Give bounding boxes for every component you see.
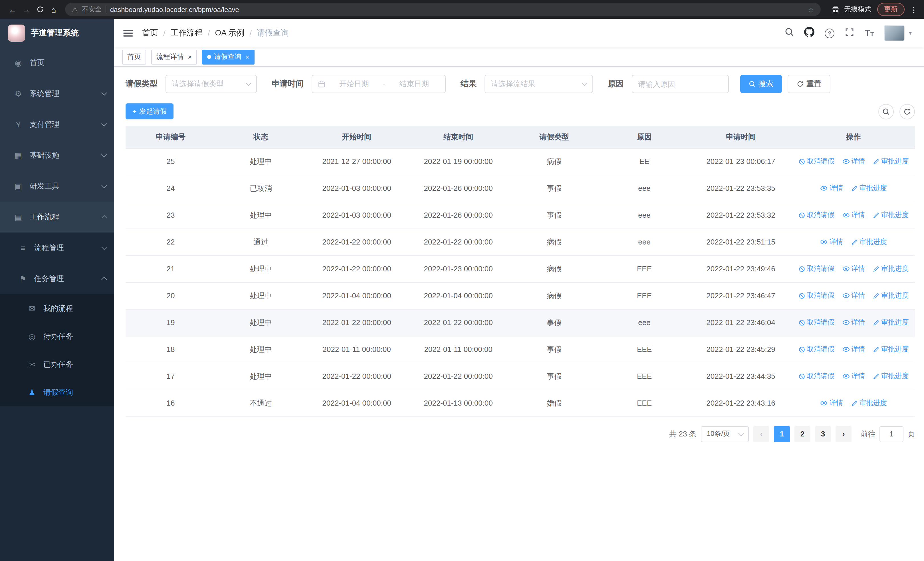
leave-type-select[interactable]: 请选择请假类型 <box>165 75 257 93</box>
reset-button[interactable]: 重置 <box>788 75 830 93</box>
user-menu[interactable]: ▼ <box>884 25 913 41</box>
tab-process-detail[interactable]: 流程详情 × <box>151 50 197 64</box>
column-header: 请假类型 <box>509 126 599 148</box>
table-row[interactable]: 24 已取消 2022-01-03 00:00:00 2022-01-26 00… <box>126 175 915 202</box>
breadcrumb-home[interactable]: 首页 <box>142 28 158 38</box>
cell-status: 不通过 <box>216 390 306 417</box>
browser-forward-button[interactable]: → <box>20 3 33 16</box>
sidebar-item-my-process[interactable]: ✉ 我的流程 <box>0 294 114 322</box>
cell-start-time: 2021-12-27 00:00:00 <box>306 148 408 175</box>
breadcrumb-workflow[interactable]: 工作流程 <box>171 28 202 38</box>
progress-link[interactable]: 审批进度 <box>873 344 909 354</box>
sidebar-item-done-tasks[interactable]: ✂ 已办任务 <box>0 350 114 378</box>
tab-home[interactable]: 首页 <box>122 50 146 64</box>
font-size-icon[interactable]: TT <box>865 28 874 38</box>
sidebar-item-todo-tasks[interactable]: ◎ 待办任务 <box>0 322 114 350</box>
table-row[interactable]: 17 处理中 2022-01-22 00:00:00 2022-01-22 00… <box>126 363 915 390</box>
goto-page-input[interactable] <box>879 426 903 442</box>
toggle-search-button[interactable] <box>878 104 894 119</box>
cell-status: 处理中 <box>216 256 306 282</box>
progress-link[interactable]: 审批进度 <box>851 398 887 408</box>
help-icon[interactable]: ? <box>825 28 834 38</box>
tab-leave-query[interactable]: 请假查询 × <box>202 50 255 64</box>
github-icon[interactable] <box>804 27 814 39</box>
sidebar-item-payment[interactable]: ¥ 支付管理 <box>0 109 114 140</box>
progress-link[interactable]: 审批进度 <box>873 210 909 220</box>
progress-link[interactable]: 审批进度 <box>873 371 909 381</box>
detail-link[interactable]: 详情 <box>842 210 865 220</box>
result-select[interactable]: 请选择流结果 <box>484 75 593 93</box>
table-row[interactable]: 20 处理中 2022-01-04 00:00:00 2022-01-04 00… <box>126 282 915 309</box>
browser-home-button[interactable]: ⌂ <box>47 3 60 16</box>
detail-link[interactable]: 详情 <box>842 371 865 381</box>
sidebar-item-devtools[interactable]: ▣ 研发工具 <box>0 171 114 202</box>
cancel-leave-link[interactable]: 取消请假 <box>798 291 834 301</box>
cell-apply-id: 18 <box>126 336 216 363</box>
breadcrumb-oa-example[interactable]: OA 示例 <box>215 28 244 38</box>
apply-time-range-picker[interactable]: 开始日期 - 结束日期 <box>312 75 446 93</box>
sidebar-item-home[interactable]: ◉ 首页 <box>0 47 114 78</box>
table-row[interactable]: 21 处理中 2022-01-22 00:00:00 2022-01-23 00… <box>126 256 915 282</box>
sidebar-item-system[interactable]: ⚙ 系统管理 <box>0 78 114 109</box>
search-button[interactable]: 搜索 <box>740 75 782 93</box>
progress-link[interactable]: 审批进度 <box>873 291 909 301</box>
browser-menu-icon[interactable]: ⋮ <box>909 5 918 14</box>
table-row[interactable]: 19 处理中 2022-01-22 00:00:00 2022-01-22 00… <box>126 309 915 336</box>
sidebar-item-leave-query[interactable]: ♟ 请假查询 <box>0 378 114 406</box>
refresh-table-button[interactable] <box>900 104 915 119</box>
tab-close-icon[interactable]: × <box>245 53 249 61</box>
flag-icon: ⚑ <box>17 274 28 283</box>
table-row[interactable]: 25 处理中 2021-12-27 00:00:00 2022-01-19 00… <box>126 148 915 175</box>
table-row[interactable]: 22 通过 2022-01-22 00:00:00 2022-01-22 00:… <box>126 229 915 256</box>
cancel-leave-link[interactable]: 取消请假 <box>798 371 834 381</box>
bookmark-star-icon[interactable]: ☆ <box>808 5 814 14</box>
page-button-2[interactable]: 2 <box>795 426 810 442</box>
breadcrumb: 首页 / 工作流程 / OA 示例 / 请假查询 <box>142 28 289 38</box>
app-logo[interactable]: 芋道管理系统 <box>0 19 114 47</box>
sidebar-item-workflow[interactable]: ▤ 工作流程 <box>0 202 114 233</box>
sidebar-item-infrastructure[interactable]: ▦ 基础设施 <box>0 140 114 171</box>
browser-back-button[interactable]: ← <box>6 3 20 16</box>
detail-link[interactable]: 详情 <box>842 317 865 327</box>
cell-apply-time: 2022-01-22 23:46:04 <box>689 309 792 336</box>
sidebar-item-process-management[interactable]: ≡ 流程管理 <box>0 233 114 263</box>
browser-update-button[interactable]: 更新 <box>877 3 904 16</box>
progress-link[interactable]: 审批进度 <box>873 264 909 274</box>
detail-link[interactable]: 详情 <box>820 398 843 408</box>
detail-link[interactable]: 详情 <box>842 156 865 166</box>
progress-link[interactable]: 审批进度 <box>851 183 887 193</box>
address-bar[interactable]: ⚠ 不安全 dashboard.yudao.iocoder.cn/bpm/oa/… <box>65 3 821 16</box>
prev-page-button[interactable]: ‹ <box>753 426 770 442</box>
progress-link[interactable]: 审批进度 <box>873 317 909 327</box>
search-icon <box>882 108 890 115</box>
sidebar-item-task-management[interactable]: ⚑ 任务管理 <box>0 263 114 294</box>
tab-label: 请假查询 <box>214 52 242 62</box>
page-size-select[interactable]: 10条/页 <box>701 426 749 442</box>
detail-link[interactable]: 详情 <box>842 291 865 301</box>
reason-input[interactable] <box>632 75 729 93</box>
page-button-3[interactable]: 3 <box>815 426 831 442</box>
progress-link[interactable]: 审批进度 <box>851 237 887 247</box>
cancel-leave-link[interactable]: 取消请假 <box>798 156 834 166</box>
sidebar-toggle-icon[interactable] <box>123 30 133 36</box>
cancel-leave-link[interactable]: 取消请假 <box>798 344 834 354</box>
table-row[interactable]: 18 处理中 2022-01-11 00:00:00 2022-01-11 00… <box>126 336 915 363</box>
cancel-leave-link[interactable]: 取消请假 <box>798 317 834 327</box>
table-row[interactable]: 16 不通过 2022-01-04 00:00:00 2022-01-13 00… <box>126 390 915 417</box>
eye-icon <box>842 373 849 380</box>
search-icon[interactable] <box>785 27 794 39</box>
tab-close-icon[interactable]: × <box>188 53 192 61</box>
fullscreen-icon[interactable] <box>844 27 854 39</box>
table-row[interactable]: 23 处理中 2022-01-03 00:00:00 2022-01-26 00… <box>126 202 915 229</box>
page-button-1[interactable]: 1 <box>774 426 790 442</box>
cancel-leave-link[interactable]: 取消请假 <box>798 210 834 220</box>
detail-link[interactable]: 详情 <box>842 264 865 274</box>
cancel-leave-link[interactable]: 取消请假 <box>798 264 834 274</box>
progress-link[interactable]: 审批进度 <box>873 156 909 166</box>
detail-link[interactable]: 详情 <box>820 237 843 247</box>
create-leave-button[interactable]: + 发起请假 <box>126 104 174 119</box>
detail-link[interactable]: 详情 <box>820 183 843 193</box>
browser-refresh-button[interactable] <box>33 3 47 16</box>
detail-link[interactable]: 详情 <box>842 344 865 354</box>
next-page-button[interactable]: › <box>836 426 852 442</box>
